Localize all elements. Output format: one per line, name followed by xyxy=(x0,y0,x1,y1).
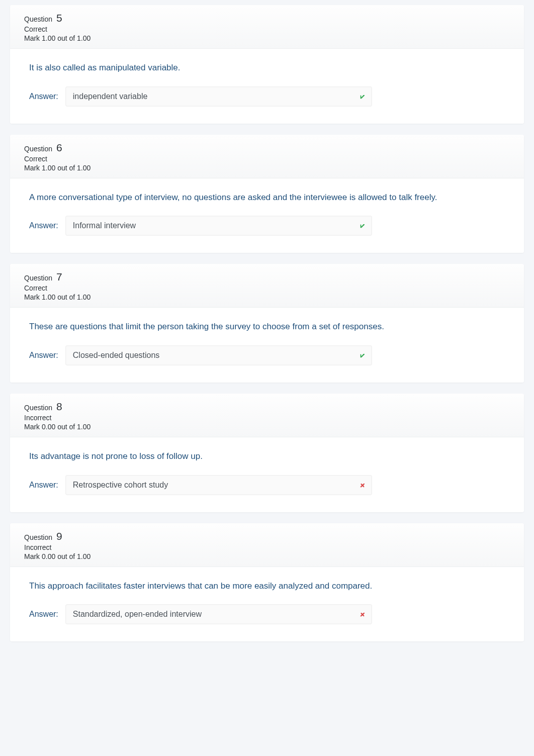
question-header: Question 5 Correct Mark 1.00 out of 1.00 xyxy=(10,5,524,49)
question-body: These are questions that limit the perso… xyxy=(10,308,524,383)
answer-row: Answer: 🗸 xyxy=(29,345,505,365)
answer-row: Answer: 🗴 xyxy=(29,604,505,624)
cross-icon: 🗴 xyxy=(359,610,366,619)
cross-icon: 🗴 xyxy=(359,481,366,489)
question-number: 9 xyxy=(56,530,62,542)
question-mark: Mark 1.00 out of 1.00 xyxy=(24,164,510,172)
question-number-line: Question 8 xyxy=(24,401,510,413)
question-number-line: Question 5 xyxy=(24,12,510,24)
question-word: Question xyxy=(24,533,52,541)
answer-input-wrapper: 🗸 xyxy=(65,86,372,107)
check-icon: 🗸 xyxy=(359,92,366,101)
answer-row: Answer: 🗸 xyxy=(29,216,505,236)
question-prompt: A more conversational type of interview,… xyxy=(29,192,505,204)
question-prompt: It is also called as manipulated variabl… xyxy=(29,62,505,74)
answer-input[interactable] xyxy=(65,345,372,365)
question-number-line: Question 7 xyxy=(24,271,510,283)
question-header: Question 9 Incorrect Mark 0.00 out of 1.… xyxy=(10,523,524,567)
question-number: 5 xyxy=(56,12,62,24)
question-block: Question 8 Incorrect Mark 0.00 out of 1.… xyxy=(10,394,524,512)
question-state: Incorrect xyxy=(24,414,510,422)
question-body: This approach facilitates faster intervi… xyxy=(10,567,524,642)
question-number-line: Question 6 xyxy=(24,142,510,154)
answer-label: Answer: xyxy=(29,92,58,101)
answer-label: Answer: xyxy=(29,610,58,619)
question-block: Question 9 Incorrect Mark 0.00 out of 1.… xyxy=(10,523,524,642)
question-block: Question 6 Correct Mark 1.00 out of 1.00… xyxy=(10,135,524,253)
question-state: Correct xyxy=(24,284,510,292)
question-header: Question 8 Incorrect Mark 0.00 out of 1.… xyxy=(10,394,524,437)
question-body: A more conversational type of interview,… xyxy=(10,178,524,253)
question-word: Question xyxy=(24,145,52,153)
question-mark: Mark 0.00 out of 1.00 xyxy=(24,423,510,431)
question-word: Question xyxy=(24,274,52,282)
question-mark: Mark 1.00 out of 1.00 xyxy=(24,293,510,301)
question-word: Question xyxy=(24,404,52,412)
question-mark: Mark 1.00 out of 1.00 xyxy=(24,34,510,42)
answer-label: Answer: xyxy=(29,481,58,490)
answer-input[interactable] xyxy=(65,604,372,624)
question-body: It is also called as manipulated variabl… xyxy=(10,49,524,124)
question-mark: Mark 0.00 out of 1.00 xyxy=(24,552,510,560)
question-number: 8 xyxy=(56,401,62,412)
answer-input-wrapper: 🗸 xyxy=(65,216,372,236)
question-number-line: Question 9 xyxy=(24,530,510,542)
check-icon: 🗸 xyxy=(359,351,366,359)
answer-input-wrapper: 🗴 xyxy=(65,475,372,495)
question-number: 7 xyxy=(56,271,62,282)
question-state: Incorrect xyxy=(24,543,510,551)
question-prompt: Its advantage is not prone to loss of fo… xyxy=(29,450,505,463)
question-number: 6 xyxy=(56,142,62,153)
answer-label: Answer: xyxy=(29,221,58,230)
question-state: Correct xyxy=(24,155,510,163)
questions-list: Question 5 Correct Mark 1.00 out of 1.00… xyxy=(10,5,524,641)
answer-input[interactable] xyxy=(65,216,372,236)
question-block: Question 5 Correct Mark 1.00 out of 1.00… xyxy=(10,5,524,124)
answer-input-wrapper: 🗸 xyxy=(65,345,372,365)
answer-input[interactable] xyxy=(65,86,372,107)
answer-row: Answer: 🗴 xyxy=(29,475,505,495)
answer-input[interactable] xyxy=(65,475,372,495)
question-header: Question 6 Correct Mark 1.00 out of 1.00 xyxy=(10,135,524,178)
question-header: Question 7 Correct Mark 1.00 out of 1.00 xyxy=(10,264,524,308)
question-prompt: This approach facilitates faster intervi… xyxy=(29,580,505,593)
answer-row: Answer: 🗸 xyxy=(29,86,505,107)
check-icon: 🗸 xyxy=(359,222,366,230)
question-word: Question xyxy=(24,15,52,23)
answer-input-wrapper: 🗴 xyxy=(65,604,372,624)
answer-label: Answer: xyxy=(29,351,58,360)
question-prompt: These are questions that limit the perso… xyxy=(29,321,505,333)
question-state: Correct xyxy=(24,25,510,33)
question-block: Question 7 Correct Mark 1.00 out of 1.00… xyxy=(10,264,524,383)
question-body: Its advantage is not prone to loss of fo… xyxy=(10,437,524,512)
